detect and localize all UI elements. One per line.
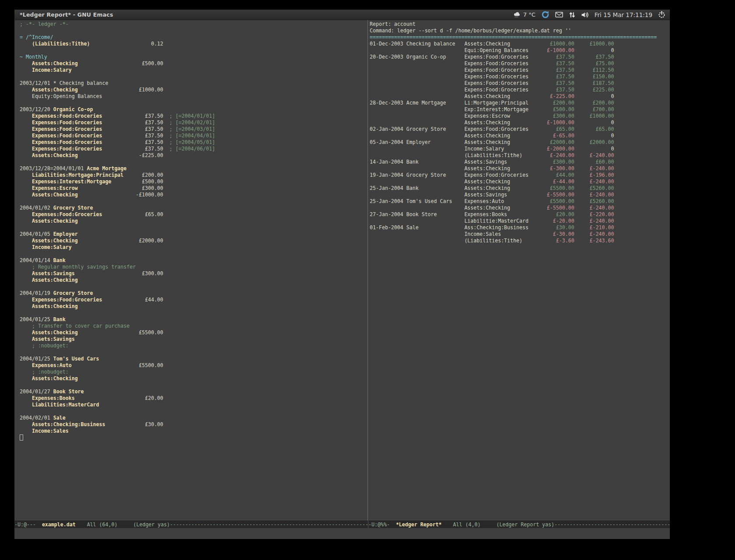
- register-row: 28-Dec-2003 Acme Mortgage Li:Mortgage:Pr…: [370, 100, 669, 106]
- report-command: Command: ledger --sort d -f /home/borbus…: [370, 28, 669, 34]
- buffer-line: = /^Income/: [20, 34, 368, 41]
- refresh-icon[interactable]: [541, 10, 550, 19]
- running-total: £2000.00: [574, 139, 614, 145]
- register-row: 05-Jan-2004 Employer Assets:Checking £20…: [370, 139, 669, 146]
- register-row: Assets:Checking £-44.00 £-240.00: [370, 178, 669, 185]
- buffer-line: Expenses:Food:Groceries £65.00: [20, 211, 368, 218]
- buffer-line: Assets:Savings: [20, 336, 368, 343]
- report-pane[interactable]: Report: account Command: ledger --sort d…: [368, 20, 669, 521]
- report-label: Report: account: [370, 21, 669, 28]
- posting-amount: £20.00: [528, 211, 574, 217]
- buffer-line: Expenses:Food:Groceries £37.50 ; [=2004/…: [20, 146, 368, 152]
- buffer-line: [20, 408, 368, 415]
- buffer-line: 2004/01/05 Employer: [20, 231, 368, 238]
- buffer-line: Liabilities:MasterCard: [20, 402, 368, 408]
- modeline-modes: (Ledger yas): [133, 522, 170, 528]
- running-total: £5260.00: [574, 185, 614, 191]
- buffer-line: Assets:Checking: [20, 218, 368, 224]
- posting-amount: £-44.00: [528, 178, 574, 185]
- modeline-left[interactable]: -U:@---example.datAll (64,0)(Ledger yas)…: [14, 521, 368, 528]
- register-row: Assets:Savings £-5500.00 £-240.00: [370, 192, 669, 198]
- modeline-position: All (4,0): [453, 522, 481, 528]
- buffer-line: Expenses:Food:Groceries £37.50 ; [=2004/…: [20, 126, 368, 133]
- register-row: Expens:Food:Groceries £37.50 £75.00: [370, 60, 669, 67]
- modeline-dashes: ----------------------------------------…: [170, 522, 368, 528]
- mail-icon[interactable]: [555, 11, 563, 18]
- buffer-line: 2003/12/01 * Checking balance: [20, 80, 368, 87]
- register-row: Expens:Food:Groceries £37.50 £187.50: [370, 80, 669, 87]
- echo-area[interactable]: [14, 528, 670, 539]
- running-total: £-220.00: [574, 211, 614, 217]
- weather-icon[interactable]: [513, 11, 521, 18]
- register-row: Exp:Interest:Mortgage £500.00 £700.00: [370, 106, 669, 113]
- posting-amount: £-5500.00: [528, 192, 574, 198]
- buffer-line: Expenses:Food:Groceries £37.50 ; [=2004/…: [20, 139, 368, 146]
- register-row: Expens:Food:Groceries £37.50 £150.00: [370, 74, 669, 80]
- buffer-line: [20, 434, 368, 441]
- buffer-line: Income:Salary: [20, 244, 368, 251]
- running-total: £-243.60: [574, 238, 614, 244]
- running-total: £-240.00: [574, 152, 614, 158]
- buffer-line: (Liabilities:Tithe) 0.12: [20, 41, 368, 47]
- posting-amount: £37.50: [528, 60, 574, 66]
- posting-amount: £-1000.00: [528, 47, 574, 53]
- modeline-flags: -U:@%%-: [368, 522, 390, 528]
- running-total: £75.00: [574, 60, 614, 66]
- running-total: £-240.00: [574, 192, 614, 198]
- register-row: 20-Dec-2003 Organic Co-op Expens:Food:Gr…: [370, 54, 669, 60]
- posting-amount: £5500.00: [528, 198, 574, 204]
- posting-amount: £37.50: [528, 74, 574, 80]
- buffer-line: 2004/01/27 Book Store: [20, 388, 368, 395]
- power-icon[interactable]: [658, 11, 665, 18]
- running-total: £1000.00: [574, 41, 614, 47]
- posting-amount: £-2000.00: [528, 146, 574, 152]
- buffer-line: [20, 74, 368, 80]
- posting-amount: £1000.00: [528, 41, 574, 47]
- buffer-line: ; Transfer to cover car purchase: [20, 323, 368, 329]
- modeline-buffer-name: *Ledger Report*: [396, 522, 442, 528]
- running-total: £1000.00: [574, 113, 614, 119]
- running-total: £700.00: [574, 106, 614, 112]
- posting-amount: £-65.00: [528, 133, 574, 139]
- register-row: Income:Sales £-30.00 £-240.00: [370, 231, 669, 238]
- titlebar[interactable]: *Ledger Report* - GNU Emacs 7 °C Fri 15 …: [14, 10, 670, 20]
- buffer-line: Income:Salary: [20, 67, 368, 74]
- buffer-line: ; :nobudget:: [20, 343, 368, 349]
- buffer-line: [20, 310, 368, 316]
- running-total: 0: [574, 47, 614, 53]
- buffer-line: Expenses:Food:Groceries £44.00: [20, 297, 368, 303]
- running-total: 0: [574, 146, 614, 152]
- volume-icon[interactable]: [581, 11, 589, 18]
- buffer-line: Assets:Checking: [20, 303, 368, 310]
- register-row: Assets:Checking £-225.00 0: [370, 93, 669, 100]
- running-total: £-240.00: [574, 178, 614, 185]
- buffer-line: ~ Monthly: [20, 54, 368, 60]
- running-total: £-210.00: [574, 224, 614, 231]
- temperature-label: 7 °C: [523, 11, 536, 18]
- register-row: 19-Jan-2004 Grocery Store Expens:Food:Gr…: [370, 172, 669, 178]
- buffer-line: [20, 251, 368, 257]
- system-tray: 7 °C Fri 15 Mar 17:11:19: [513, 10, 665, 19]
- ledger-pane[interactable]: ; -*- ledger -*-= /^Income/ (Liabilities…: [14, 20, 368, 521]
- tray-clock[interactable]: Fri 15 Mar 17:11:19: [595, 11, 652, 18]
- modeline-right[interactable]: -U:@%%-*Ledger Report*All (4,0)(Ledger R…: [368, 521, 670, 528]
- posting-amount: £-1000.00: [528, 119, 574, 126]
- buffer-line: Expenses:Interest:Mortgage £500.00: [20, 178, 368, 185]
- running-total: £225.00: [574, 87, 614, 93]
- posting-amount: £2000.00: [528, 139, 574, 145]
- register-row: Income:Salary £-2000.00 0: [370, 146, 669, 152]
- running-total: £187.50: [574, 80, 614, 86]
- buffer-line: Liabilities:Mortgage:Principal £200.00: [20, 172, 368, 178]
- buffer-line: 2004/01/02 Grocery Store: [20, 205, 368, 211]
- buffer-line: Income:Sales: [20, 428, 368, 434]
- buffer-line: Assets:Checking: [20, 277, 368, 284]
- buffer-line: 2004/02/01 Sale: [20, 415, 368, 421]
- network-icon[interactable]: [569, 11, 575, 18]
- buffer-line: Assets:Checking:Business £30.00: [20, 421, 368, 428]
- buffer-line: Expenses:Food:Groceries £37.50 ; [=2004/…: [20, 119, 368, 126]
- buffer-line: Assets:Savings £300.00: [20, 270, 368, 277]
- buffer-line: Expenses:Food:Groceries £37.50 ; [=2004/…: [20, 133, 368, 139]
- buffer-line: ; :nobudget:: [20, 369, 368, 375]
- running-total: 0: [574, 133, 614, 139]
- buffer-line: 2004/01/25 Bank: [20, 316, 368, 323]
